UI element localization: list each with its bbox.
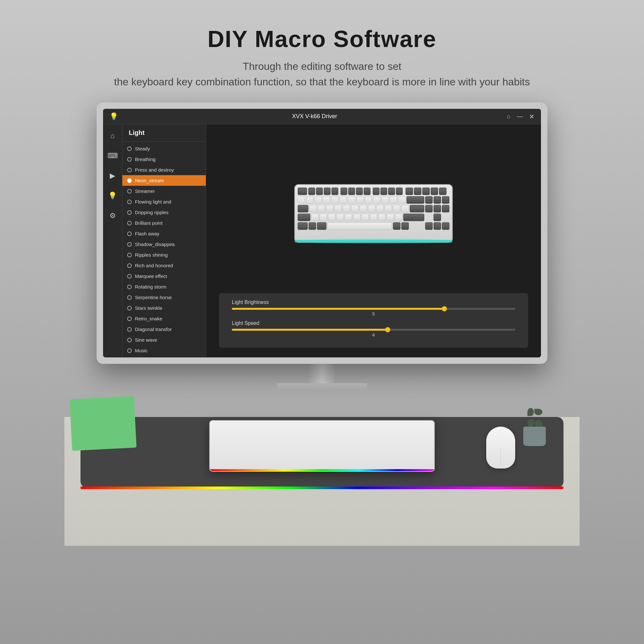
subtitle-line2: the keyboard key combination function, s… xyxy=(114,76,530,88)
light-item-retro-snake[interactable]: Retro_snake xyxy=(122,313,206,324)
svg-rect-22 xyxy=(323,196,330,204)
nav-settings-icon[interactable]: ⚙ xyxy=(107,209,118,223)
radio-neon-stream xyxy=(127,178,132,183)
svg-rect-56 xyxy=(328,214,335,221)
radio-shadow-disappea xyxy=(127,242,132,247)
radio-serpentine-horse xyxy=(127,295,132,300)
svg-rect-18 xyxy=(439,188,446,195)
stand-neck xyxy=(309,364,335,383)
light-item-flowing-light[interactable]: Flowing light and xyxy=(122,196,206,207)
svg-rect-69 xyxy=(317,223,326,230)
light-item-steady[interactable]: Steady xyxy=(122,143,206,154)
light-label-brilliant-point: Brilliant point xyxy=(135,220,163,226)
light-label-neon-stream: Neon_stream xyxy=(135,178,164,183)
light-item-shadow-disappea[interactable]: Shadow_disappea xyxy=(122,239,206,250)
light-item-stars-twinkle[interactable]: Stars twinkle xyxy=(122,303,206,313)
light-item-diagonal-transfor[interactable]: Diagonal transfor xyxy=(122,324,206,335)
svg-rect-46 xyxy=(385,205,392,212)
light-item-serpentine-horse[interactable]: Serpentine horse xyxy=(122,292,206,303)
svg-rect-74 xyxy=(434,223,441,230)
brightness-label: Light Brightness xyxy=(232,299,515,305)
nav-media-icon[interactable]: ▶ xyxy=(107,169,118,183)
desk-kb-rgb xyxy=(210,469,434,471)
svg-rect-4 xyxy=(324,188,330,195)
light-item-marquee-effect[interactable]: Marquee effect xyxy=(122,271,206,281)
speed-track[interactable] xyxy=(232,329,515,331)
speed-thumb[interactable] xyxy=(385,327,390,332)
brightness-thumb[interactable] xyxy=(442,306,447,311)
svg-rect-75 xyxy=(442,223,449,230)
svg-rect-58 xyxy=(345,214,352,221)
nav-keyboard-icon[interactable]: ⌨ xyxy=(105,149,120,163)
light-item-sine-wave[interactable]: Sine wave xyxy=(122,335,206,345)
light-label-marquee-effect: Marquee effect xyxy=(135,273,167,279)
close-icon[interactable]: ✕ xyxy=(529,113,535,120)
minimize-icon[interactable]: — xyxy=(517,113,523,120)
app-title: XVX V-k66 Driver xyxy=(122,113,507,120)
svg-rect-10 xyxy=(373,188,379,195)
svg-rect-62 xyxy=(378,214,385,221)
light-label-streamer: Streamer xyxy=(135,188,155,194)
light-item-rotating-storm[interactable]: Rotating storm xyxy=(122,281,206,292)
radio-brilliant-point xyxy=(127,221,132,225)
leaf xyxy=(535,409,543,415)
svg-rect-37 xyxy=(309,205,317,212)
svg-rect-6 xyxy=(341,188,347,195)
light-item-breathing[interactable]: Breathing xyxy=(122,154,206,165)
light-item-ripples-shining[interactable]: Ripples shining xyxy=(122,250,206,260)
home-icon[interactable]: ⌂ xyxy=(507,113,510,120)
brightness-track[interactable] xyxy=(232,308,515,310)
light-item-streamer[interactable]: Streamer xyxy=(122,186,206,196)
svg-rect-2 xyxy=(308,188,315,195)
light-label-serpentine-horse: Serpentine horse xyxy=(135,295,172,300)
svg-rect-39 xyxy=(326,205,333,212)
svg-rect-16 xyxy=(422,188,430,195)
light-item-flash-away[interactable]: Flash away xyxy=(122,228,206,239)
light-item-press-destroy[interactable]: Press and destroy xyxy=(122,165,206,175)
radio-flowing-light xyxy=(127,200,132,204)
sidebar-nav: ⌂ ⌨ ▶ 💡 ⚙ xyxy=(103,124,122,357)
svg-rect-33 xyxy=(425,196,432,204)
svg-rect-5 xyxy=(332,188,338,195)
keyboard-svg xyxy=(293,181,454,246)
light-item-music[interactable]: Music xyxy=(122,345,206,356)
light-item-rich-honored[interactable]: Rich and honored xyxy=(122,260,206,271)
svg-rect-38 xyxy=(318,205,325,212)
radio-streamer xyxy=(127,189,132,194)
light-label-rich-honored: Rich and honored xyxy=(135,263,173,268)
svg-rect-20 xyxy=(306,196,313,204)
leaf xyxy=(535,420,543,427)
main-title: DIY Macro Software xyxy=(114,26,530,52)
light-label-rotating-storm: Rotating storm xyxy=(135,284,166,289)
svg-rect-45 xyxy=(376,205,384,212)
brightness-fill xyxy=(232,308,444,310)
svg-rect-11 xyxy=(381,188,387,195)
svg-rect-50 xyxy=(425,205,432,212)
radio-diagonal-transfor xyxy=(127,327,132,332)
light-label-steady: Steady xyxy=(135,146,150,151)
title-controls: ⌂ — ✕ xyxy=(507,113,535,120)
svg-rect-25 xyxy=(348,196,355,204)
radio-retro-snake xyxy=(127,317,132,321)
main-content: Light Brightness 5 Light Speed xyxy=(206,124,541,357)
light-panel: Light SteadyBreathingPress and destroyNe… xyxy=(122,124,206,357)
nav-light-icon[interactable]: 💡 xyxy=(106,189,119,203)
radio-sine-wave xyxy=(127,338,132,342)
svg-rect-48 xyxy=(402,205,409,212)
monitor: 💡 XVX V-k66 Driver ⌂ — ✕ ⌂ xyxy=(97,102,547,364)
svg-rect-21 xyxy=(315,196,322,204)
svg-rect-34 xyxy=(434,196,441,204)
svg-rect-8 xyxy=(356,188,363,195)
light-item-brilliant-point[interactable]: Brilliant point xyxy=(122,218,206,228)
keyboard-preview xyxy=(293,134,454,293)
light-item-dripping-ripples[interactable]: Dripping ripples xyxy=(122,207,206,218)
light-item-neon-stream[interactable]: Neon_stream xyxy=(122,175,206,186)
svg-rect-24 xyxy=(340,196,347,204)
light-panel-header: Light xyxy=(122,124,206,142)
leaf xyxy=(527,419,534,427)
header-section: DIY Macro Software Through the editing s… xyxy=(114,26,530,90)
nav-home-icon[interactable]: ⌂ xyxy=(108,129,117,143)
radio-rich-honored xyxy=(127,263,132,268)
monitor-screen: 💡 XVX V-k66 Driver ⌂ — ✕ ⌂ xyxy=(103,109,541,357)
light-label-diagonal-transfor: Diagonal transfor xyxy=(135,327,172,332)
